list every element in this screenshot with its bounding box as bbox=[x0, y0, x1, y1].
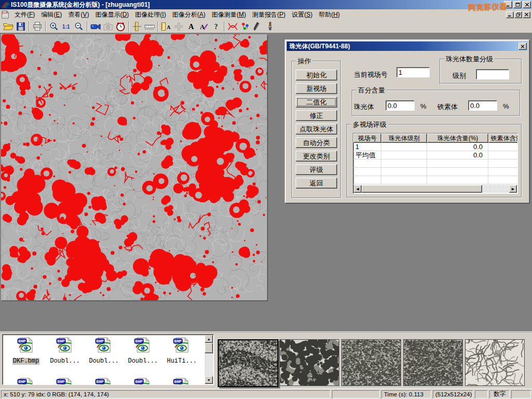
save-file-button[interactable] bbox=[15, 21, 27, 32]
menu-item-5[interactable]: 图像分析(A) bbox=[169, 9, 208, 20]
pearlite-unit: % bbox=[420, 102, 427, 110]
measure-text-button[interactable]: A bbox=[160, 21, 172, 32]
op-button-6[interactable]: 更改类别 bbox=[296, 151, 337, 162]
pixel-info-panel: x: 510 y: 79 idx: 0 RGB: (174, 174, 174) bbox=[1, 390, 330, 398]
timer-button[interactable] bbox=[114, 21, 127, 32]
file-item-row2-0[interactable]: BMP bbox=[9, 377, 43, 385]
table-header-0: 视场号 bbox=[353, 134, 381, 143]
svg-text:BMP: BMP bbox=[135, 339, 143, 343]
file-item-row2-1[interactable]: BMP bbox=[48, 377, 82, 385]
table-row-2[interactable] bbox=[353, 159, 517, 168]
actual-size-button[interactable]: 1:1 bbox=[60, 21, 73, 32]
scrollbar-thumb[interactable] bbox=[362, 185, 482, 193]
menu-item-9[interactable]: 帮助(H) bbox=[315, 9, 343, 20]
thumbnail-2[interactable] bbox=[280, 339, 339, 386]
thumbnail-3[interactable] bbox=[341, 339, 401, 386]
file-item-4[interactable]: BMPHuiTi... bbox=[165, 337, 199, 365]
multiview-table[interactable]: 视场号珠光体级别珠光体含量(%)铁素体含量(%) 10.0平均值0.0 ◀ ▶ bbox=[353, 133, 518, 194]
scroll-down-button[interactable]: ▼ bbox=[205, 376, 213, 384]
caliper-vertical-button[interactable] bbox=[131, 21, 143, 32]
op-button-2[interactable]: 二值化 bbox=[296, 97, 337, 108]
svg-text:A: A bbox=[200, 23, 205, 31]
op-button-3[interactable]: 修正 bbox=[296, 110, 337, 121]
menu-item-2[interactable]: 查看(V) bbox=[65, 9, 92, 20]
table-horizontal-scrollbar[interactable]: ◀ ▶ bbox=[354, 185, 517, 193]
thumbnail-4[interactable] bbox=[403, 339, 463, 386]
table-row-1[interactable]: 平均值0.0 bbox=[353, 151, 517, 159]
pointer-tool-button[interactable] bbox=[251, 21, 264, 32]
file-item-3[interactable]: BMPDoubl... bbox=[126, 337, 160, 365]
move-cross-button bbox=[172, 21, 185, 32]
table-cell bbox=[488, 176, 518, 184]
percent-group-label: 百分含量 bbox=[356, 86, 387, 95]
file-browser-scrollbar[interactable]: ▲ ▼ bbox=[205, 335, 213, 384]
file-item-row2-3[interactable]: BMP bbox=[126, 377, 160, 385]
dialog-title: 珠光体(GB/T9441-88) bbox=[289, 42, 350, 51]
grade-field[interactable] bbox=[476, 69, 509, 79]
curve-tool-button[interactable] bbox=[227, 21, 239, 32]
op-button-5[interactable]: 自动分类 bbox=[296, 137, 337, 148]
op-button-0[interactable]: 初始化 bbox=[296, 70, 337, 81]
menu-item-3[interactable]: 图像显示(D) bbox=[92, 9, 132, 20]
menu-item-7[interactable]: 测量报告(P) bbox=[249, 9, 288, 20]
scrollbar-thumb[interactable] bbox=[205, 343, 213, 353]
mdi-close-button[interactable] bbox=[523, 11, 530, 18]
op-button-8[interactable]: 返回 bbox=[296, 178, 337, 189]
svg-text:BMP: BMP bbox=[18, 380, 26, 383]
caliper-horizontal-button[interactable] bbox=[143, 21, 156, 32]
zoom-in-button[interactable] bbox=[48, 21, 60, 32]
thumbnail-5[interactable] bbox=[465, 339, 525, 386]
file-browser: ▲ ▼ BMPDKF.bmpBMPDoubl...BMPDoubl...BMPD… bbox=[2, 334, 214, 385]
status-empty-panel bbox=[511, 390, 531, 398]
ferrite-field[interactable]: 0.0 bbox=[468, 100, 497, 111]
document-icon[interactable]: DOC bbox=[1, 10, 9, 19]
current-view-field[interactable]: 1 bbox=[396, 67, 430, 77]
menu-item-1[interactable]: 编辑(E) bbox=[38, 9, 65, 20]
menu-item-6[interactable]: 图像测量(M) bbox=[208, 9, 249, 20]
scroll-left-button[interactable]: ◀ bbox=[354, 185, 362, 193]
scroll-right-button[interactable]: ▶ bbox=[509, 185, 517, 193]
file-item-1[interactable]: BMPDoubl... bbox=[48, 337, 82, 365]
file-item-row2-2[interactable]: BMP bbox=[87, 377, 121, 385]
table-cell: 0.0 bbox=[427, 143, 488, 151]
dialog-title-bar[interactable]: 珠光体(GB/T9441-88) bbox=[287, 42, 528, 51]
table-cell bbox=[427, 159, 488, 167]
mdi-minimize-button[interactable] bbox=[506, 11, 514, 18]
file-item-2[interactable]: BMPDoubl... bbox=[87, 337, 121, 365]
zoom-out-button[interactable] bbox=[73, 21, 85, 32]
window-title: IS100显微摄像系统(金相分析版) - [zhuguangti01] bbox=[11, 1, 150, 9]
video-capture-button[interactable] bbox=[89, 21, 102, 32]
print-button[interactable] bbox=[31, 21, 44, 32]
maximize-button[interactable] bbox=[513, 1, 522, 8]
brush-tool-button[interactable] bbox=[264, 21, 276, 32]
menu-item-8[interactable]: 设置(S) bbox=[288, 9, 315, 20]
op-button-7[interactable]: 评级 bbox=[296, 164, 337, 175]
text-style-button[interactable]: A bbox=[197, 21, 210, 32]
mode-panel: 数字 bbox=[489, 390, 510, 398]
color-classify-button[interactable] bbox=[239, 21, 251, 32]
text-annotation-button[interactable]: A bbox=[185, 21, 197, 32]
pearlite-field[interactable]: 0.0 bbox=[385, 100, 415, 111]
svg-text:A: A bbox=[189, 22, 194, 31]
op-button-4[interactable]: 点取珠光体 bbox=[296, 124, 337, 135]
help-button[interactable]: ? bbox=[210, 21, 222, 32]
op-button-1[interactable]: 新视场 bbox=[296, 83, 337, 94]
menu-item-4[interactable]: 图像处理(I) bbox=[132, 9, 169, 20]
table-header-2: 珠光体含量(%) bbox=[427, 134, 488, 143]
dialog-close-button[interactable] bbox=[518, 43, 527, 50]
ferrite-label: 铁素体 bbox=[437, 102, 458, 112]
menu-item-0[interactable]: 文件(F) bbox=[11, 9, 38, 20]
table-row-3[interactable] bbox=[353, 168, 517, 176]
scroll-up-button[interactable]: ▲ bbox=[205, 335, 213, 343]
open-file-button[interactable] bbox=[2, 21, 15, 32]
file-item-0[interactable]: BMPDKF.bmp bbox=[9, 337, 43, 365]
close-button[interactable] bbox=[523, 1, 531, 8]
metallograph-image[interactable] bbox=[1, 34, 267, 300]
mdi-restore-button[interactable] bbox=[514, 11, 522, 18]
table-row-4[interactable] bbox=[353, 176, 517, 184]
table-cell bbox=[427, 176, 488, 184]
minimize-button[interactable] bbox=[504, 1, 512, 8]
file-item-row2-4[interactable]: BMP bbox=[165, 377, 199, 385]
table-row-0[interactable]: 10.0 bbox=[353, 143, 517, 151]
thumbnail-1[interactable] bbox=[218, 339, 278, 387]
